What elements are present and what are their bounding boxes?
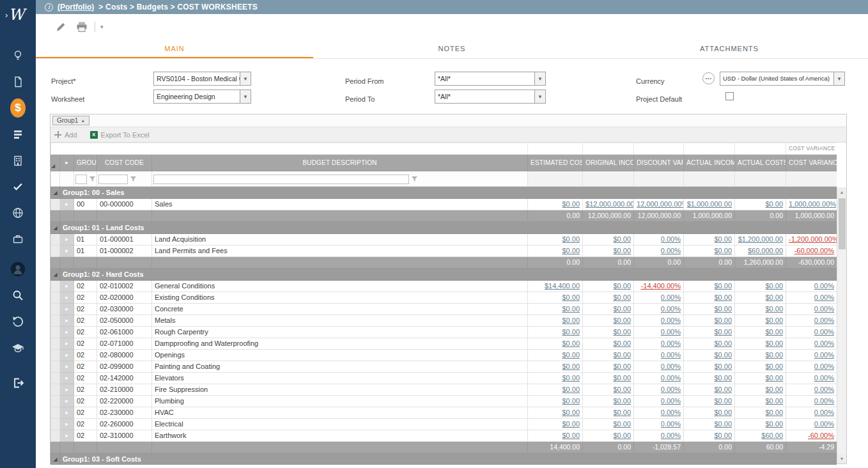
amount-link[interactable]: 0.00%: [661, 397, 681, 405]
group-filter-input[interactable]: [75, 175, 87, 184]
amount-link[interactable]: $0.00: [765, 305, 783, 313]
amount-link[interactable]: 0.00%: [814, 293, 834, 301]
amount-link[interactable]: -60.00%: [808, 432, 834, 439]
row-expand-button[interactable]: ▸: [60, 338, 74, 350]
amount-link[interactable]: $0.00: [613, 397, 631, 405]
scrollbar-thumb[interactable]: [839, 198, 846, 249]
document-icon[interactable]: [10, 75, 26, 89]
amount-link[interactable]: $0.00: [765, 351, 783, 359]
amount-link[interactable]: $0.00: [714, 374, 732, 382]
expand-column-header[interactable]: ▸: [60, 155, 74, 171]
filter-funnel-icon[interactable]: [130, 176, 137, 182]
col-cost-variance[interactable]: COST VARIANCE: [786, 155, 837, 171]
filter-funnel-icon[interactable]: [411, 176, 418, 182]
row-expand-button[interactable]: ▸: [60, 304, 74, 315]
currency-select[interactable]: USD - Dollar (United States of America) …: [720, 72, 845, 86]
rows-icon[interactable]: [10, 127, 26, 141]
amount-link[interactable]: $0.00: [613, 305, 631, 313]
amount-link[interactable]: $0.00: [562, 339, 580, 347]
amount-link[interactable]: $0.00: [714, 339, 732, 347]
amount-link[interactable]: $0.00: [562, 305, 580, 313]
amount-link[interactable]: $0.00: [613, 374, 631, 382]
amount-link[interactable]: 0.00%: [661, 409, 681, 416]
amount-link[interactable]: 1,000,000.00%: [789, 200, 836, 208]
amount-link[interactable]: $0.00: [765, 397, 783, 405]
amount-link[interactable]: $0.00: [562, 420, 580, 428]
worksheet-select[interactable]: Engineering Design ▼: [153, 90, 251, 104]
checkmark-icon[interactable]: [10, 180, 26, 194]
amount-link[interactable]: $0.00: [613, 235, 631, 243]
amount-link[interactable]: 0.00%: [661, 305, 681, 313]
currency-lookup-button[interactable]: •••: [702, 72, 715, 84]
col-budget-description[interactable]: BUDGET DESCRIPTION: [152, 155, 528, 171]
amount-link[interactable]: $1,200,000.00: [738, 235, 783, 243]
globe-icon[interactable]: [10, 206, 26, 220]
col-actual-costs[interactable]: ACTUAL COSTS: [735, 155, 786, 171]
amount-link[interactable]: $0.00: [765, 328, 783, 336]
chevron-down-icon[interactable]: ▼: [240, 90, 251, 103]
amount-link[interactable]: $0.00: [714, 282, 732, 290]
briefcase-icon[interactable]: [10, 232, 26, 246]
amount-link[interactable]: $0.00: [714, 328, 732, 336]
breadcrumb-portfolio-link[interactable]: (Portfolio): [58, 3, 94, 12]
amount-link[interactable]: $0.00: [714, 386, 732, 393]
col-estimated-cost[interactable]: ESTIMATED COS: [528, 155, 583, 171]
search-icon[interactable]: [10, 288, 26, 302]
amount-link[interactable]: 0.00%: [814, 397, 834, 405]
amount-link[interactable]: $0.00: [562, 247, 580, 254]
amount-link[interactable]: 0.00%: [814, 409, 834, 416]
amount-link[interactable]: $0.00: [613, 386, 631, 393]
amount-link[interactable]: 0.00%: [814, 363, 834, 370]
row-expand-button[interactable]: ▸: [60, 396, 74, 407]
period-from-select[interactable]: *All* ▼: [435, 72, 546, 86]
amount-link[interactable]: 0.00%: [814, 386, 834, 393]
user-avatar[interactable]: [10, 262, 26, 276]
amount-link[interactable]: $0.00: [714, 305, 732, 313]
group-by-chip[interactable]: Group1 ▲: [52, 116, 89, 125]
row-expand-button[interactable]: ▸: [60, 292, 74, 304]
amount-link[interactable]: $1,000,000.00: [687, 200, 732, 208]
amount-link[interactable]: $0.00: [613, 420, 631, 428]
amount-link[interactable]: $0.00: [765, 386, 783, 393]
group-collapse-button[interactable]: ◢: [51, 187, 60, 199]
amount-link[interactable]: $0.00: [562, 293, 580, 301]
print-options-caret[interactable]: ▾: [100, 24, 104, 30]
logout-icon[interactable]: [10, 376, 26, 390]
amount-link[interactable]: $0.00: [613, 409, 631, 416]
collapse-all-button[interactable]: ◢: [51, 155, 60, 171]
row-expand-button[interactable]: ▸: [60, 430, 74, 442]
row-expand-button[interactable]: ▸: [60, 419, 74, 430]
chevron-down-icon[interactable]: ▼: [534, 90, 545, 103]
amount-link[interactable]: 0.00%: [814, 328, 834, 336]
amount-link[interactable]: $0.00: [714, 293, 732, 301]
amount-link[interactable]: 0.00%: [814, 316, 834, 324]
print-button[interactable]: [75, 21, 88, 33]
amount-link[interactable]: $0.00: [714, 420, 732, 428]
row-expand-button[interactable]: ▸: [60, 199, 74, 210]
amount-link[interactable]: -14,400.00%: [641, 282, 681, 290]
row-expand-button[interactable]: ▸: [60, 361, 74, 373]
chevron-down-icon[interactable]: ▼: [833, 72, 844, 85]
amount-link[interactable]: $0.00: [613, 432, 631, 439]
amount-link[interactable]: $0.00: [765, 316, 783, 324]
amount-link[interactable]: 0.00%: [814, 374, 834, 382]
amount-link[interactable]: $0.00: [714, 316, 732, 324]
amount-link[interactable]: $0.00: [562, 409, 580, 416]
project-default-checkbox[interactable]: [725, 92, 734, 100]
amount-link[interactable]: $14,400.00: [545, 282, 580, 290]
row-expand-button[interactable]: ▸: [60, 315, 74, 327]
amount-link[interactable]: $0.00: [613, 282, 631, 290]
history-icon[interactable]: [10, 315, 26, 329]
amount-link[interactable]: $0.00: [562, 235, 580, 243]
amount-link[interactable]: 0.00%: [661, 328, 681, 336]
chevron-down-icon[interactable]: ▼: [534, 72, 545, 85]
amount-link[interactable]: 0.00%: [661, 235, 681, 243]
add-button[interactable]: Add: [54, 131, 77, 139]
description-filter-input[interactable]: [153, 175, 409, 184]
edit-button[interactable]: [55, 21, 66, 33]
amount-link[interactable]: 0.00%: [661, 339, 681, 347]
amount-link[interactable]: $0.00: [714, 432, 732, 439]
period-to-select[interactable]: *All* ▼: [435, 90, 546, 104]
col-group[interactable]: GROUP: [74, 155, 97, 171]
row-expand-button[interactable]: ▸: [60, 234, 74, 246]
